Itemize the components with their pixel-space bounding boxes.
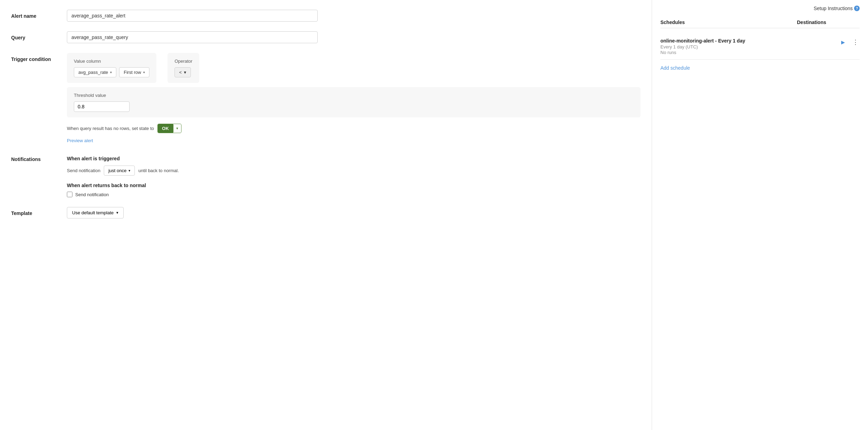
value-column-selected-text: avg_pass_rate	[78, 70, 108, 75]
query-label: Query	[11, 31, 67, 40]
notification-frequency-text: just once	[108, 168, 126, 173]
schedules-destinations-header: Schedules Destinations	[660, 20, 860, 28]
value-column-select[interactable]: avg_pass_rate ▾	[74, 67, 116, 77]
notification-frequency-chevron-icon: ▾	[129, 169, 130, 172]
operator-label: Operator	[175, 59, 192, 64]
template-label: Template	[11, 207, 67, 216]
schedule-actions: ▶ ⋮	[839, 38, 860, 46]
send-notification-normal-row: Send notification	[67, 192, 641, 197]
alert-name-input[interactable]	[67, 10, 318, 22]
operator-selected-text: <	[179, 70, 182, 75]
template-selected-text: Use default template	[72, 210, 114, 215]
schedule-info: online-monitoring-alert - Every 1 day Ev…	[660, 38, 839, 55]
notification-frequency-select[interactable]: just once ▾	[104, 166, 135, 176]
trigger-condition-label: Trigger condition	[11, 53, 67, 62]
query-input[interactable]	[67, 31, 318, 43]
send-notification-label: Send notification	[67, 168, 100, 173]
schedule-frequency: Every 1 day (UTC)	[660, 44, 839, 49]
schedule-row: online-monitoring-alert - Every 1 day Ev…	[660, 34, 860, 60]
destinations-column-header: Destinations	[797, 20, 860, 25]
ok-state-chevron[interactable]: ▾	[173, 124, 181, 132]
template-select[interactable]: Use default template ▾	[67, 207, 124, 218]
schedule-play-button[interactable]: ▶	[839, 38, 847, 46]
setup-instructions-link[interactable]: Setup Instructions ?	[814, 6, 860, 11]
preview-alert-link[interactable]: Preview alert	[67, 138, 641, 143]
no-rows-text: When query result has no rows, set state…	[67, 126, 154, 131]
value-column-box: Value column avg_pass_rate ▾ First row ▾	[67, 53, 156, 83]
add-schedule-link[interactable]: Add schedule	[660, 65, 690, 71]
threshold-label: Threshold value	[74, 93, 634, 98]
schedule-name: online-monitoring-alert - Every 1 day	[660, 38, 839, 44]
notification-frequency-row: Send notification just once ▾ until back…	[67, 166, 641, 176]
value-column-chevron-icon: ▾	[110, 70, 112, 74]
operator-chevron-icon: ▾	[184, 70, 186, 75]
schedule-more-button[interactable]: ⋮	[851, 38, 860, 46]
when-normal-title: When alert returns back to normal	[67, 183, 641, 188]
send-notification-checkbox-label: Send notification	[75, 192, 109, 197]
when-triggered-title: When alert is triggered	[67, 156, 641, 161]
no-rows-row: When query result has no rows, set state…	[67, 124, 641, 133]
send-notification-checkbox[interactable]	[67, 192, 72, 197]
until-normal-text: until back to normal.	[138, 168, 179, 173]
threshold-box: Threshold value	[67, 87, 641, 117]
help-icon: ?	[854, 6, 860, 11]
alert-name-label: Alert name	[11, 10, 67, 19]
row-chevron-icon: ▾	[143, 70, 145, 74]
schedules-column-header: Schedules	[660, 20, 797, 25]
threshold-input[interactable]	[74, 101, 130, 112]
ok-state-dropdown[interactable]: OK ▾	[157, 124, 181, 133]
setup-instructions-text: Setup Instructions	[814, 6, 853, 11]
value-column-label: Value column	[74, 59, 149, 64]
row-selected-text: First row	[124, 70, 141, 75]
schedule-runs: No runs	[660, 50, 839, 55]
setup-instructions-header: Setup Instructions ?	[660, 6, 860, 14]
ok-state-button[interactable]: OK	[158, 124, 173, 133]
operator-select[interactable]: < ▾	[175, 67, 191, 77]
notifications-label: Notifications	[11, 153, 67, 162]
row-select[interactable]: First row ▾	[119, 67, 149, 77]
operator-box: Operator < ▾	[168, 53, 199, 83]
template-chevron-icon: ▾	[116, 210, 118, 215]
